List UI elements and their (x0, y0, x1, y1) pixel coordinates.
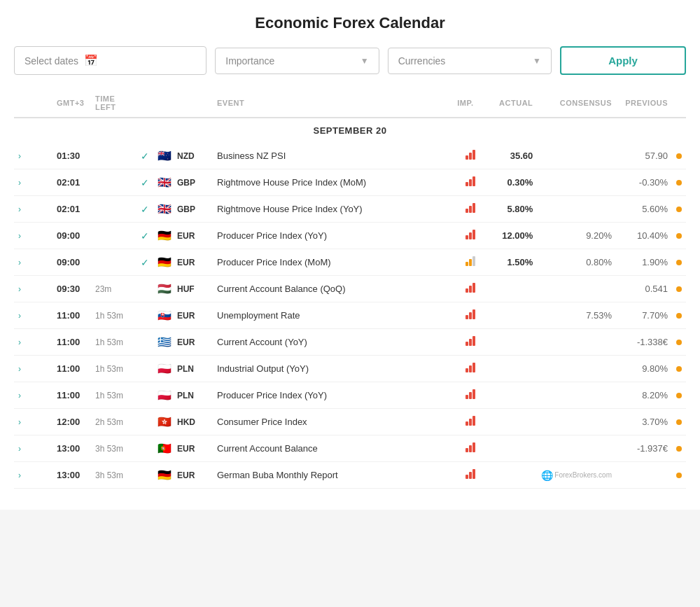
table-row[interactable]: › 11:00 1h 53m 🇸🇰 EUR Unemployment Rate … (14, 302, 686, 329)
chevron-right-icon[interactable]: › (18, 444, 24, 454)
table-row[interactable]: › 09:00 ✓ 🇩🇪 EUR Producer Price Index (Y… (14, 223, 686, 249)
event-name: German Buba Monthly Report (213, 462, 453, 489)
expand-arrow[interactable]: › (14, 276, 52, 302)
event-time: 13:00 (52, 462, 91, 489)
dot-cell (672, 356, 686, 382)
currency-code: HKD (177, 417, 195, 427)
table-row[interactable]: › 01:30 ✓ 🇳🇿 NZD Business NZ PSI 35.60 5… (14, 143, 686, 169)
expand-arrow[interactable]: › (14, 356, 52, 382)
event-name: Rightmove House Price Index (YoY) (213, 196, 453, 223)
expand-arrow[interactable]: › (14, 223, 52, 249)
expand-arrow[interactable]: › (14, 409, 52, 435)
table-row[interactable]: › 02:01 ✓ 🇬🇧 GBP Rightmove House Price I… (14, 196, 686, 223)
time-left: 3h 53m (91, 435, 136, 462)
expand-arrow[interactable]: › (14, 462, 52, 489)
dot-cell (672, 276, 686, 302)
importance-dot (676, 419, 682, 425)
chevron-right-icon[interactable]: › (18, 258, 24, 267)
table-row[interactable]: › 13:00 3h 53m 🇩🇪 EUR German Buba Monthl… (14, 462, 686, 489)
country-flag: 🇵🇹 (158, 443, 173, 454)
flag-currency-cell: 🇵🇹 EUR (153, 435, 213, 462)
expand-arrow[interactable]: › (14, 249, 52, 276)
expand-arrow[interactable]: › (14, 382, 52, 409)
expand-arrow[interactable]: › (14, 435, 52, 462)
table-header-row: GMT+3 TIME LEFT EVENT IMP. ACTUAL CONSEN… (14, 89, 686, 118)
header-actual: ACTUAL (488, 89, 537, 118)
calendar-icon: 📅 (84, 54, 98, 67)
flag-currency-cell: 🇭🇰 HKD (153, 409, 213, 435)
importance-dot (676, 260, 682, 265)
dot-cell (672, 169, 686, 196)
consensus-value (537, 196, 616, 223)
flag-currency-cell: 🇳🇿 NZD (153, 143, 213, 169)
event-name: Unemployment Rate (213, 302, 453, 329)
flag-currency-cell: 🇩🇪 EUR (153, 462, 213, 489)
chevron-down-icon: ▼ (533, 56, 541, 66)
importance-dropdown[interactable]: Importance ▼ (215, 48, 379, 74)
consensus-value: 0.80% (537, 249, 616, 276)
apply-button[interactable]: Apply (560, 46, 686, 75)
chevron-right-icon[interactable]: › (18, 417, 24, 427)
importance-cell (453, 223, 488, 249)
time-left: 2h 53m (91, 409, 136, 435)
previous-value: -1.937€ (616, 435, 672, 462)
table-row[interactable]: › 09:30 23m 🇭🇺 HUF Current Account Balan… (14, 276, 686, 302)
chevron-right-icon[interactable]: › (18, 311, 24, 321)
previous-value: 3.70% (616, 409, 672, 435)
table-row[interactable]: › 02:01 ✓ 🇬🇧 GBP Rightmove House Price I… (14, 169, 686, 196)
page-wrapper: Economic Forex Calendar Select dates 📅 I… (0, 0, 700, 510)
header-event: EVENT (213, 89, 453, 118)
page-title: Economic Forex Calendar (14, 14, 686, 32)
previous-value: 9.80% (616, 356, 672, 382)
table-row[interactable]: › 11:00 1h 53m 🇬🇷 EUR Current Account (Y… (14, 329, 686, 356)
actual-value (488, 435, 537, 462)
chevron-right-icon[interactable]: › (18, 470, 24, 480)
time-left: 1h 53m (91, 329, 136, 356)
currency-code: EUR (177, 231, 195, 241)
header-previous: PREVIOUS (616, 89, 672, 118)
table-row[interactable]: › 09:00 ✓ 🇩🇪 EUR Producer Price Index (M… (14, 249, 686, 276)
header-time-left: TIME LEFT (91, 89, 136, 118)
previous-value: 8.20% (616, 382, 672, 409)
chevron-right-icon[interactable]: › (18, 337, 24, 347)
previous-value (616, 462, 672, 489)
check-cell: ✓ (136, 249, 153, 276)
previous-value: 1.90% (616, 249, 672, 276)
importance-cell (453, 409, 488, 435)
currency-code: GBP (177, 178, 195, 188)
chevron-right-icon[interactable]: › (18, 391, 24, 400)
date-picker[interactable]: Select dates 📅 (14, 46, 206, 75)
currencies-dropdown[interactable]: Currencies ▼ (388, 48, 552, 74)
chevron-right-icon[interactable]: › (18, 231, 24, 241)
chevron-right-icon[interactable]: › (18, 178, 24, 188)
chevron-right-icon[interactable]: › (18, 204, 24, 214)
consensus-value (537, 382, 616, 409)
time-left (91, 223, 136, 249)
chevron-right-icon[interactable]: › (18, 151, 24, 161)
table-row[interactable]: › 11:00 1h 53m 🇵🇱 PLN Producer Price Ind… (14, 382, 686, 409)
expand-arrow[interactable]: › (14, 329, 52, 356)
event-name: Rightmove House Price Index (MoM) (213, 169, 453, 196)
table-row[interactable]: › 12:00 2h 53m 🇭🇰 HKD Consumer Price Ind… (14, 409, 686, 435)
table-row[interactable]: › 11:00 1h 53m 🇵🇱 PLN Industrial Output … (14, 356, 686, 382)
currency-code: GBP (177, 204, 195, 214)
chevron-right-icon[interactable]: › (18, 284, 24, 294)
expand-arrow[interactable]: › (14, 302, 52, 329)
chevron-right-icon[interactable]: › (18, 364, 24, 374)
expand-arrow[interactable]: › (14, 169, 52, 196)
importance-cell (453, 382, 488, 409)
check-cell (136, 409, 153, 435)
currency-code: EUR (177, 470, 195, 480)
flag-currency-cell: 🇩🇪 EUR (153, 249, 213, 276)
previous-value: -0.30% (616, 169, 672, 196)
actual-value: 5.80% (488, 196, 537, 223)
event-name: Consumer Price Index (213, 409, 453, 435)
consensus-value (537, 276, 616, 302)
table-row[interactable]: › 13:00 3h 53m 🇵🇹 EUR Current Account Ba… (14, 435, 686, 462)
check-icon: ✓ (141, 177, 149, 188)
expand-arrow[interactable]: › (14, 143, 52, 169)
expand-arrow[interactable]: › (14, 196, 52, 223)
time-left: 1h 53m (91, 382, 136, 409)
importance-dot (676, 286, 682, 292)
importance-cell (453, 329, 488, 356)
